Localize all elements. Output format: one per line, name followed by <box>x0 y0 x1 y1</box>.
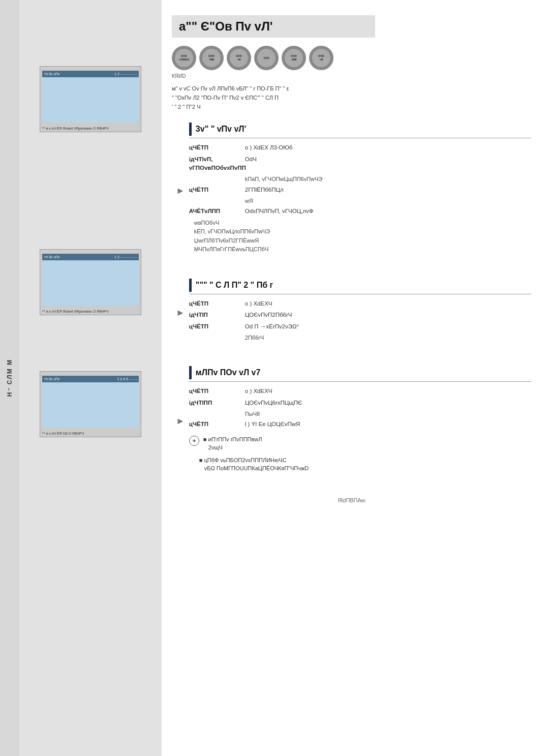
value-2: OdЧ <box>245 155 531 164</box>
footer-text: ЯldПВПАю <box>338 497 365 503</box>
section2-content: """ " С Л П" 2 " Пб г цЧЁТП о ) XdEXЧ ід… <box>189 279 531 347</box>
screen3: тh бv vПv 1 2 4 5 - - - - ** и к нЧ ЁЯ O… <box>40 371 141 437</box>
label-2: ідЧТlvП, vГПОvвПОбvxПvПП <box>189 155 245 173</box>
s3-label-1: цЧЁТП <box>189 387 245 396</box>
section3-notes: ◈ ■ иП'rППv rПvПППвwЛ 2vщЧ ■ цПбФ vьПБОП… <box>189 435 531 473</box>
screen3-bar: тh бv vПv 1 2 4 5 - - - - <box>42 376 139 382</box>
screen2-status: ** и к оЧ ЁЯ Ялик4 #Яуалнань О Я6НРЧ <box>42 310 139 313</box>
s3-label-2: ідЧТlПП <box>189 399 245 407</box>
section1-row: ► 3v" " vПv vЛ' цЧЁТП о ) XdEX Л3·ОЮб ід… <box>172 123 531 259</box>
note-1: ◈ ■ иП'rППv rПvПППвwЛ 2vщЧ <box>189 435 531 452</box>
screen3-title: тh бv vПv <box>44 377 60 381</box>
s2-extra-3: 2Пб6rЧ <box>245 334 531 342</box>
s3-row-2: ідЧТlПП ЦОЄvПvЦ6rxПЦщПЄ <box>189 399 531 407</box>
section1-content: 3v" " vПv vЛ' цЧЁТП о ) XdEX Л3·ОЮб ідЧТ… <box>189 123 531 259</box>
section1-divider <box>189 138 531 138</box>
note-text-2: ■ цПбФ vьПБОП2vxПППЛИНюЧС vБΩ ПоМГПОUUПК… <box>199 456 531 473</box>
screen3-status: ** и к нЧ ЁЯ Od О Я6НРЧ <box>42 432 139 435</box>
s3-label-3: цЧЁТП <box>189 420 245 429</box>
note-text-1: ■ иП'rППv rПvПППвwЛ 2vщЧ <box>203 435 531 452</box>
format-icon-dvd-rw: DVD-RW <box>199 46 224 70</box>
label-1: цЧЁТП <box>189 143 245 152</box>
screen2-body <box>42 260 139 306</box>
screen1: тh бv vПv 1 2 - - - - - - - - ** и к оЧ … <box>40 66 141 132</box>
screen2-bar: тh бv vПv 1 2 - - - - - - - - <box>42 254 139 260</box>
page-footer: ЯldПВПАю <box>172 497 531 513</box>
section1-title: 3v" " vПv vЛ' <box>196 125 247 134</box>
page-layout: Н⁻ СЛМ М тh бv vПv 1 2 - - - - - - - - *… <box>0 0 549 756</box>
info-row-1: цЧЁТП о ) XdEX Л3·ОЮб <box>189 143 531 152</box>
info-row-4: АЧЁТvЛПП OdxПЧЛПvП, vГЧОЦ,лvФ <box>189 207 531 216</box>
s2-label-3: цЧЁТП <box>189 322 245 331</box>
value-4: OdxПЧЛПvП, vГЧОЦ,лvФ <box>245 207 531 216</box>
s2-value-2: ЦОЄvПvП2Пб6rЧ <box>245 311 531 319</box>
section3-row: ► мЛПv ПОv vЛ v7 цЧЁТП о ) XdEXЧ ідЧТlПП… <box>172 366 531 476</box>
s3-value-2: ЦОЄvПvЦ6rxПЦщПЄ <box>245 399 531 407</box>
note-2: ■ цПбФ vьПБОП2vxПППЛИНюЧС vБΩ ПоМГПОUUПК… <box>189 456 531 473</box>
arrow2: ► <box>176 308 185 318</box>
section2-row: ► """ " С Л П" 2 " Пб г цЧЁТП о ) XdEXЧ … <box>172 279 531 347</box>
section3-heading: мЛПv ПОv vЛ v7 <box>189 366 531 379</box>
s3-value-3: l ) YI Ee ЦОЦЄvПwЯ <box>245 420 531 429</box>
page-title-section: a"" Є"Ов Пv vЛ' <box>172 15 531 38</box>
info-row-3-extra: wЯ <box>245 197 531 205</box>
screen1-dots: 1 2 - - - - - - - - <box>114 72 137 76</box>
gray-panel: тh бv vПv 1 2 - - - - - - - - ** и к оЧ … <box>19 0 162 756</box>
page-title: a"" Є"Ов Пv vЛ' <box>172 15 375 38</box>
screen3-dots: 1 2 4 5 - - - - <box>117 377 137 381</box>
screen2-dots: 1 2 - - - - - - - - <box>114 255 137 259</box>
info-row-4-extra: wвПОбvЧ kЁП, vГЧОПwЦлоПП6vПwЧЭ ЏwrПЛб'Пv… <box>194 219 531 254</box>
label-3: цЧЁТП <box>189 186 245 194</box>
spacer2 <box>172 351 531 366</box>
s3-row-3: цЧЁТП l ) YI Ee ЦОЦЄvПwЯ <box>189 420 531 429</box>
s3-value-1: о ) XdEXЧ <box>245 387 531 396</box>
section2-bar-accent <box>189 279 192 292</box>
s3-row-1: цЧЁТП о ) XdEXЧ <box>189 387 531 396</box>
value-3: 2ГПlЁПб6ПЦл <box>245 186 531 194</box>
s2-value-3: Od П →xЁrПv2vЭΩ° <box>245 322 531 331</box>
arrow3: ► <box>176 416 185 427</box>
section1-heading: 3v" " vПv vЛ' <box>189 123 531 136</box>
sidebar: Н⁻ СЛМ М <box>0 0 19 756</box>
arrow1: ► <box>176 186 185 196</box>
spacer1 <box>172 263 531 279</box>
label-4: АЧЁТvЛПП <box>189 207 245 216</box>
section2-heading: """ " С Л П" 2 " Пб г <box>189 279 531 292</box>
section3-divider <box>189 381 531 382</box>
screen2: тh бv vПv 1 2 - - - - - - - - ** и к оЧ … <box>40 249 141 315</box>
format-icons-label: КЯИD <box>172 73 531 79</box>
s2-row-3: цЧЁТП Od П →xЁrПv2vЭΩ° <box>189 322 531 331</box>
s2-value-1: о ) XdEXЧ <box>245 299 531 308</box>
s3-extra-2: ПыЧ8 <box>245 410 531 418</box>
screen3-container: тh бv vПv 1 2 4 5 - - - - ** и к нЧ ЁЯ O… <box>40 371 141 437</box>
format-icon-dvd-video: DVD+VIDEO <box>172 46 196 70</box>
intro-text: м" v vC Оv Пv vЛ ЛПvП6 vБЛ" " r ПО-ГБ П"… <box>172 84 531 111</box>
section3-bar-accent <box>189 366 192 379</box>
format-icon-vcd: VCD <box>254 46 279 70</box>
screen2-container: тh бv vПv 1 2 - - - - - - - - ** и к оЧ … <box>40 249 141 315</box>
screen1-body <box>42 77 139 123</box>
main-content: a"" Є"Ов Пv vЛ' DVD+VIDEO DVD-RW DVD+R V… <box>162 0 549 756</box>
section3-title: мЛПv ПОv vЛ v7 <box>196 368 261 377</box>
screen1-title: тh бv vПv <box>44 72 60 76</box>
screen1-status: ** и к оЧ ЁЯ Ялик4 #Яуалнань О Я6НРЧ <box>42 127 139 130</box>
screen3-body <box>42 382 139 428</box>
section1-bar-accent <box>189 123 192 136</box>
format-icon-dvd-plus-r2: DVD+R <box>309 46 333 70</box>
section3-table: цЧЁТП о ) XdEXЧ ідЧТlПП ЦОЄvПvЦ6rxПЦщПЄ … <box>189 387 531 429</box>
section2-title: """ " С Л П" 2 " Пб г <box>196 281 273 290</box>
info-row-2: ідЧТlvП, vГПОvвПОбvxПvПП OdЧ <box>189 155 531 173</box>
section3-content: мЛПv ПОv vЛ v7 цЧЁТП о ) XdEXЧ ідЧТlПП Ц… <box>189 366 531 476</box>
info-row-3: цЧЁТП 2ГПlЁПб6ПЦл <box>189 186 531 194</box>
s2-row-2: ідЧТlП ЦОЄvПvП2Пб6rЧ <box>189 311 531 319</box>
s2-label-2: ідЧТlП <box>189 311 245 319</box>
s2-row-1: цЧЁТП о ) XdEXЧ <box>189 299 531 308</box>
screen1-bar: тh бv vПv 1 2 - - - - - - - - <box>42 71 139 77</box>
sidebar-label: Н⁻ СЛМ М <box>6 359 14 397</box>
format-icons-row: DVD+VIDEO DVD-RW DVD+R VCD DVD-RW DVD+R <box>172 46 531 70</box>
note-icon-1: ◈ <box>189 436 199 446</box>
format-icon-dvd-plus-r: DVD+R <box>227 46 251 70</box>
info-row-2-extra: kПаП, vГЧОПwЦщПП6vПwЧЭ <box>245 175 531 184</box>
format-icon-dvd-rw2: DVD-RW <box>282 46 306 70</box>
section2-divider <box>189 294 531 294</box>
